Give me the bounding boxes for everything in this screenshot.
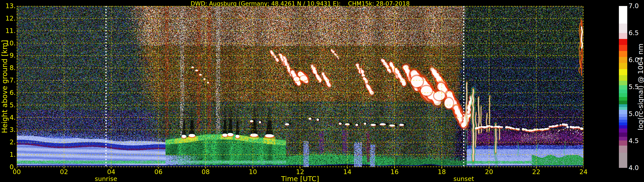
- colorbar-segment: [619, 101, 627, 104]
- x-tick-label: 00: [8, 169, 25, 175]
- colorbar-segment: [619, 51, 627, 57]
- x-tick-label: 14: [339, 169, 356, 175]
- colorbar-segment: [619, 120, 627, 122]
- y-axis-label: Height above ground [km]: [0, 33, 9, 140]
- y-tick-label: 7.: [0, 77, 16, 84]
- sunset-annotation: sunset: [446, 175, 481, 182]
- x-tick-label: 16: [386, 169, 403, 175]
- colorbar-segment: [619, 117, 627, 120]
- colorbar-segment: [619, 110, 627, 114]
- colorbar-segment: [619, 75, 627, 81]
- colorbar-segment: [619, 85, 627, 90]
- colorbar-segment: [619, 133, 627, 137]
- colorbar-segment: [619, 137, 627, 140]
- heatmap-plot-canvas: [17, 6, 584, 169]
- colorbar-segment: [619, 33, 627, 39]
- x-tick-label: 18: [433, 169, 450, 175]
- x-tick-label: 20: [480, 169, 498, 175]
- colorbar-segment: [619, 114, 627, 117]
- colorbar-segment: [619, 153, 627, 168]
- colorbar-segment: [619, 128, 627, 133]
- y-tick-label: 11.: [0, 27, 16, 34]
- sunrise-annotation: sunrise: [89, 175, 123, 182]
- colorbar-tick-label: 7.0: [628, 2, 644, 9]
- colorbar-segment: [619, 146, 627, 153]
- colorbar: [619, 6, 627, 168]
- y-tick-label: 13.: [0, 2, 16, 9]
- colorbar-segment: [619, 63, 627, 69]
- colorbar-segment: [619, 97, 627, 101]
- x-tick-label: 06: [150, 169, 167, 175]
- colorbar-segment: [619, 45, 627, 51]
- y-tick-label: 3.: [0, 126, 16, 133]
- colorbar-segment: [619, 23, 627, 33]
- colorbar-segment: [619, 81, 627, 86]
- y-tick-label: 4.: [0, 114, 16, 121]
- colorbar-tick-label: 4.0: [628, 165, 644, 171]
- y-tick-label: 12.: [0, 15, 16, 22]
- colorbar-segment: [619, 39, 627, 45]
- y-tick-label: 1.: [0, 151, 16, 158]
- y-tick-label: 6.: [0, 89, 16, 96]
- colorbar-segment: [619, 6, 627, 23]
- y-tick-label: 5.: [0, 102, 16, 108]
- y-tick-label: 2.: [0, 139, 16, 146]
- ceilometer-quicklook-figure: DWD: Augsburg (Germany; 48.4261 N / 10.9…: [0, 0, 644, 182]
- colorbar-segment: [619, 69, 627, 75]
- colorbar-segment: [619, 90, 627, 93]
- x-tick-label: 08: [197, 169, 214, 175]
- colorbar-segment: [619, 107, 627, 110]
- y-tick-label: 8.: [0, 65, 16, 71]
- x-tick-label: 10: [244, 169, 262, 175]
- colorbar-segment: [619, 125, 627, 128]
- x-tick-label: 24: [575, 169, 592, 175]
- colorbar-segment: [619, 140, 627, 146]
- x-tick-label: 12: [292, 169, 309, 175]
- x-tick-label: 22: [528, 169, 545, 175]
- x-tick-label: 02: [56, 169, 72, 175]
- colorbar-segment: [619, 122, 627, 125]
- x-tick-label: 04: [102, 169, 120, 175]
- colorbar-segment: [619, 57, 627, 63]
- colorbar-label: log(rc-signal) @ 1064 nm: [636, 33, 644, 140]
- y-tick-label: 9.: [0, 52, 16, 59]
- y-tick-label: 10.: [0, 40, 16, 47]
- colorbar-segment: [619, 93, 627, 97]
- colorbar-segment: [619, 104, 627, 107]
